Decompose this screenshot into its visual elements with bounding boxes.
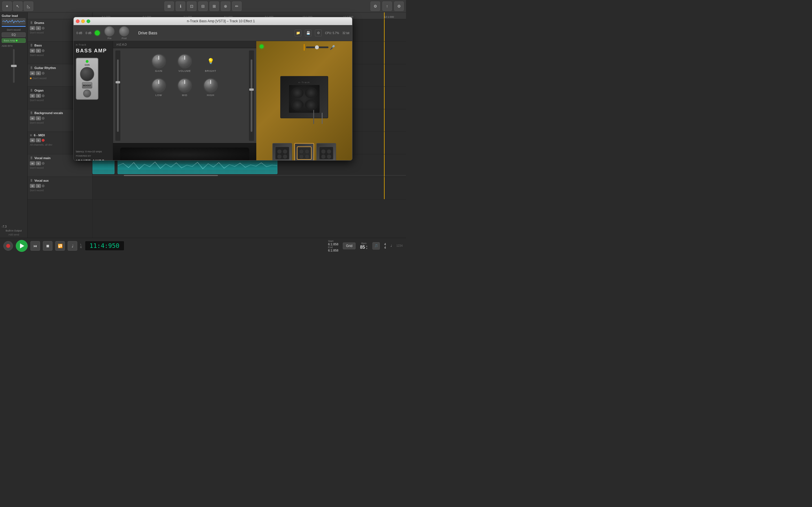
head-label: HEAD — [113, 41, 256, 48]
midi-rec-dot[interactable] — [42, 139, 45, 142]
pointer-tool-btn[interactable]: ✦ — [2, 1, 12, 11]
close-button[interactable] — [76, 19, 80, 23]
pre-knob[interactable] — [104, 26, 114, 36]
grid-view-btn[interactable]: ⊞ — [209, 1, 219, 11]
svg-point-1 — [277, 149, 282, 154]
rewind-button[interactable]: ⏮ — [31, 241, 40, 251]
tuner-icon-btn[interactable]: 🎵 — [372, 242, 380, 249]
midi-solo-btn[interactable]: S — [36, 138, 41, 142]
minimize-button[interactable] — [81, 19, 85, 23]
record-button[interactable] — [3, 241, 13, 251]
audio-icon-drums: 🎚 — [30, 21, 33, 25]
bpm-arrows[interactable]: ▲ ▼ — [366, 245, 368, 250]
plugins-btn[interactable]: ⚙ — [370, 1, 380, 11]
organ-rec-dot[interactable] — [42, 94, 45, 97]
playhead-line-organ — [384, 87, 385, 109]
organ-mute-btn[interactable]: M — [30, 94, 35, 98]
amp-left-slider[interactable] — [115, 50, 120, 141]
bg-vocals-rec-dot[interactable] — [42, 117, 45, 120]
select-tool-btn[interactable]: ↖ — [13, 1, 22, 11]
playhead-line-midi — [384, 132, 385, 154]
drums-solo-btn[interactable]: S — [36, 26, 41, 30]
metronome-button[interactable]: ♩ — [68, 241, 77, 251]
mixer-btn[interactable]: ⊞ — [164, 1, 174, 11]
cab-option-1[interactable] — [272, 143, 292, 161]
vocal-main-solo-btn[interactable]: S — [36, 161, 41, 165]
cabinet-power-led[interactable] — [260, 45, 264, 48]
guitar-rhythm-mute-btn[interactable]: M — [30, 71, 35, 75]
preset-folder-btn[interactable]: 📁 — [295, 30, 301, 36]
cab-option-2[interactable] — [294, 143, 314, 161]
cabinet-slider-track[interactable] — [306, 47, 328, 48]
vocal-aux-rec-dot[interactable] — [42, 184, 45, 187]
cabinet-section: 🎤 n-Track — [256, 41, 352, 161]
bpm-up-arrow[interactable]: ▲ — [366, 245, 368, 247]
settings-btn[interactable]: ⚙ — [394, 1, 404, 11]
amp-right-slider-thumb[interactable] — [249, 89, 254, 91]
tracks-btn[interactable]: ⊡ — [187, 1, 197, 11]
bpm-down-arrow[interactable]: ▼ — [366, 247, 368, 250]
vocal-aux-content — [93, 177, 406, 199]
add-efx-button[interactable]: ADD EFX — [2, 44, 26, 48]
vocal-main-scrollbar-thumb[interactable] — [124, 175, 218, 176]
play-button[interactable] — [16, 240, 28, 252]
loop-button[interactable]: 🔁 — [55, 241, 65, 251]
boost-button[interactable]: BOOST — [82, 82, 92, 89]
mid-knob-label: MID — [182, 94, 188, 97]
mid-knob[interactable] — [177, 78, 192, 93]
add-btn[interactable]: ⊕ — [221, 1, 231, 11]
svg-point-3 — [277, 154, 282, 159]
power-led[interactable] — [95, 31, 100, 36]
bass-solo-btn[interactable]: S — [36, 49, 41, 53]
low-knob[interactable] — [151, 78, 166, 93]
post-knob[interactable] — [119, 26, 129, 36]
fader-track[interactable] — [13, 49, 15, 83]
grid-button[interactable]: Grid — [343, 242, 356, 249]
vocal-main-scrollbar[interactable] — [93, 175, 406, 176]
vocal-aux-solo-btn[interactable]: S — [36, 184, 41, 188]
fader-thumb[interactable] — [11, 65, 17, 67]
l-label: L — [80, 243, 82, 246]
boost-gain-knob[interactable] — [80, 67, 94, 81]
share-btn[interactable]: ↑ — [382, 1, 392, 11]
drums-mute-btn[interactable]: M — [30, 26, 35, 30]
preset-save-btn[interactable]: 💾 — [305, 30, 312, 36]
note-icon[interactable]: ♩ — [391, 244, 392, 247]
drums-rec-dot[interactable] — [42, 27, 45, 30]
amp-left-slider-thumb[interactable] — [116, 81, 120, 83]
drums-name: Drums — [35, 21, 44, 24]
volume-knob[interactable] — [177, 54, 192, 68]
info-btn[interactable]: ℹ — [175, 1, 185, 11]
gain-knob[interactable] — [151, 54, 166, 68]
low-knob-group: LOW — [151, 78, 166, 97]
cabinet-main[interactable]: n-Track — [280, 76, 328, 118]
bass-rec-dot[interactable] — [42, 49, 45, 52]
pencil-btn[interactable]: ✏ — [232, 1, 242, 11]
cab-option-3[interactable] — [316, 143, 336, 161]
high-knob[interactable] — [203, 78, 218, 93]
add-send-button[interactable]: Add send — [2, 233, 26, 236]
guitar-rhythm-rec-dot[interactable] — [42, 72, 45, 75]
arrange-btn[interactable]: ⊟ — [198, 1, 208, 11]
bass-amp-button[interactable]: Bass Amp — [2, 38, 26, 43]
guitar-rhythm-solo-btn[interactable]: S — [36, 71, 41, 75]
bg-vocals-solo-btn[interactable]: S — [36, 116, 41, 120]
organ-solo-btn[interactable]: S — [36, 94, 41, 98]
stop-button[interactable]: ⏹ — [43, 241, 52, 251]
bass-mute-btn[interactable]: M — [30, 49, 35, 53]
cabinet-selector — [259, 143, 349, 161]
eq-button[interactable]: EQ — [2, 33, 26, 37]
maximize-button[interactable] — [87, 19, 90, 23]
boost-second-knob[interactable] — [83, 90, 91, 98]
cabinet-slider-thumb[interactable] — [315, 45, 319, 49]
draw-tool-btn[interactable]: ◺ — [24, 1, 33, 11]
vocal-aux-mute-btn[interactable]: M — [30, 184, 35, 188]
start-section: Start 6:1:858 End 6:1:858 — [328, 240, 339, 252]
midi-mute-btn[interactable]: M — [30, 138, 35, 142]
preset-settings-btn[interactable]: ⚙ — [315, 30, 322, 36]
vocal-main-mute-btn[interactable]: M — [30, 161, 35, 165]
vocal-main-rec-dot[interactable] — [42, 162, 45, 165]
stop-icon: ⏹ — [46, 244, 50, 248]
amp-right-slider[interactable] — [249, 50, 254, 141]
bg-vocals-mute-btn[interactable]: M — [30, 116, 35, 120]
